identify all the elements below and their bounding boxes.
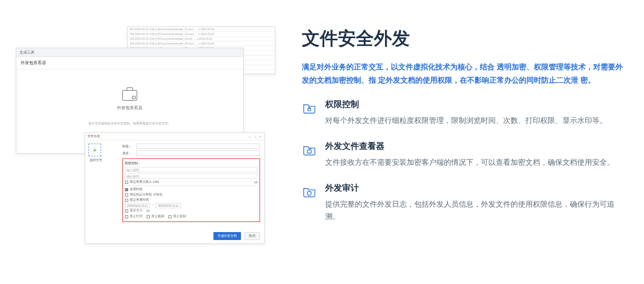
generate-button[interactable]: 生成外发文档 xyxy=(213,232,241,240)
feature-viewer: 外发文件查看器 文件接收方在不需要安装加密客户端的情况下，可以查看加密文档，确保… xyxy=(302,141,628,169)
add-file-label: 选择文件 xyxy=(90,158,119,163)
illustration-screenshots: 001 2024-03-13 外发文档 Documents\sample_01.… xyxy=(16,21,265,237)
svg-rect-1 xyxy=(308,150,311,153)
label-desc: 描述： xyxy=(122,151,136,156)
feature-desc: 对每个外发文件进行细粒度权限管理，限制浏览时间、次数、打印权限、显示水印等。 xyxy=(325,114,607,127)
briefcase-icon xyxy=(122,90,137,101)
group-label: 权限控制： xyxy=(125,161,257,166)
value-view-count: 10 xyxy=(254,181,257,184)
viewer-folder-icon xyxy=(302,142,317,157)
date-end[interactable]: 2024/03/20 10:11 xyxy=(156,203,181,208)
date-start[interactable]: 2024/03/13 10:11 xyxy=(125,203,150,208)
cancel-button[interactable]: 取消 xyxy=(244,232,260,240)
checkbox-no-screenshot[interactable] xyxy=(147,215,150,218)
label-no-print: 禁止打印 xyxy=(130,214,142,219)
table-row: 003 2024-03-13 外发文档 Documents\sample_03.… xyxy=(128,37,275,41)
window-controls: — □ × xyxy=(248,135,262,138)
svg-rect-0 xyxy=(308,109,310,111)
page-title: 文件安全外发 xyxy=(302,26,628,51)
permission-group: 权限控制： 输入密码 确认密码 限定查看次数(1-100) 10 使用时限 xyxy=(122,158,260,222)
checkbox-time-limit[interactable] xyxy=(125,188,128,191)
panel-subtitle: 外发包查看器 xyxy=(16,57,243,69)
audit-folder-icon xyxy=(302,184,317,199)
screenshot-outgoing-dialog: 文件外发 — □ × + 选择文件 标题： 描述： xyxy=(85,132,265,244)
viewer-center-label: 外发包查看器 xyxy=(117,105,142,111)
feature-permission-control: 权限控制 对每个外发文件进行细粒度权限管理，限制浏览时间、次数、打印权限、显示水… xyxy=(302,99,628,127)
feature-audit: 外发审计 提供完整的文件外发日志，包括外发人员信息，外发文件的使用权限信息，确保… xyxy=(302,183,628,224)
label-bind-pc: 绑定指定计算机 计算机 xyxy=(130,192,163,197)
label-no-copy: 禁止复制 xyxy=(173,214,186,219)
input-password[interactable]: 输入密码 xyxy=(125,167,257,172)
checkbox-no-print[interactable] xyxy=(125,215,128,218)
table-row: 001 2024-03-13 外发文档 Documents\sample_01.… xyxy=(128,27,275,32)
label-time-limit: 使用时限 xyxy=(130,187,142,192)
label-limit-open-time: 限定查看时间 xyxy=(130,198,149,202)
input-password-confirm[interactable]: 确认密码 xyxy=(125,173,257,179)
feature-desc: 文件接收方在不需要安装加密客户端的情况下，可以查看加密文档，确保文档使用安全。 xyxy=(325,156,614,169)
checkbox-no-copy[interactable] xyxy=(168,215,172,218)
checkbox-view-count[interactable] xyxy=(125,181,128,184)
add-file-button[interactable]: + xyxy=(88,144,101,156)
dialog-title-label: 文件外发 xyxy=(87,134,100,139)
feature-title: 外发文件查看器 xyxy=(325,141,614,152)
label-view-count: 限定查看次数(1-100) xyxy=(130,180,159,184)
checkbox-bind-pc[interactable] xyxy=(125,193,128,197)
label-no-screenshot: 禁止截屏 xyxy=(151,214,164,219)
checkbox-limit-open-time[interactable] xyxy=(125,199,128,202)
content-panel: 文件安全外发 满足对外业务的正常交互，以文件虚拟化技术为核心，结合 透明加密、权… xyxy=(302,21,628,237)
page-description: 满足对外业务的正常交互，以文件虚拟化技术为核心，结合 透明加密、权限管理等技术，… xyxy=(302,60,628,86)
table-row: 002 2024-03-13 外发文档 Documents\sample_02.… xyxy=(128,32,275,37)
label-size: 显示大小 xyxy=(130,208,142,213)
lock-folder-icon xyxy=(302,100,317,115)
input-desc[interactable] xyxy=(136,150,260,156)
viewer-center-hint: 基于文件虚拟化文件外发控制，使用查看器打开外发文件。 xyxy=(88,121,171,126)
window-title: 生成工具 xyxy=(16,48,243,57)
checkbox-size[interactable] xyxy=(125,209,128,212)
value-size: 10 xyxy=(146,209,150,212)
table-row: 004 2024-03-13 外发文档 Documents\sample_04.… xyxy=(128,41,275,46)
input-title[interactable] xyxy=(136,144,260,149)
label-title: 标题： xyxy=(122,144,136,149)
feature-title: 权限控制 xyxy=(325,99,607,110)
feature-desc: 提供完整的文件外发日志，包括外发人员信息，外发文件的使用权限信息，确保行为可追溯… xyxy=(325,198,628,224)
feature-title: 外发审计 xyxy=(325,183,628,194)
